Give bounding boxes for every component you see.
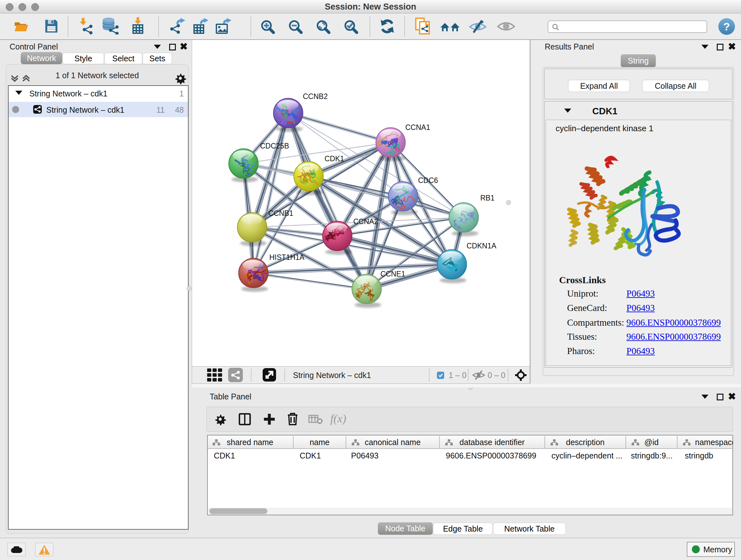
svg-text:CDC6: CDC6 bbox=[418, 176, 438, 185]
svg-text:CCNB2: CCNB2 bbox=[303, 92, 328, 101]
svg-text:CCNB1: CCNB1 bbox=[268, 209, 293, 217]
svg-text:CCNA1: CCNA1 bbox=[405, 123, 430, 132]
svg-text:CDK1: CDK1 bbox=[325, 154, 344, 163]
svg-text:CDC25B: CDC25B bbox=[260, 142, 289, 150]
svg-text:CDKN1A: CDKN1A bbox=[467, 242, 496, 250]
svg-text:CCNE1: CCNE1 bbox=[381, 270, 405, 278]
svg-text:CCNA2: CCNA2 bbox=[353, 217, 378, 226]
svg-text:RB1: RB1 bbox=[480, 194, 495, 202]
svg-text:HIST1H1A: HIST1H1A bbox=[269, 253, 305, 261]
